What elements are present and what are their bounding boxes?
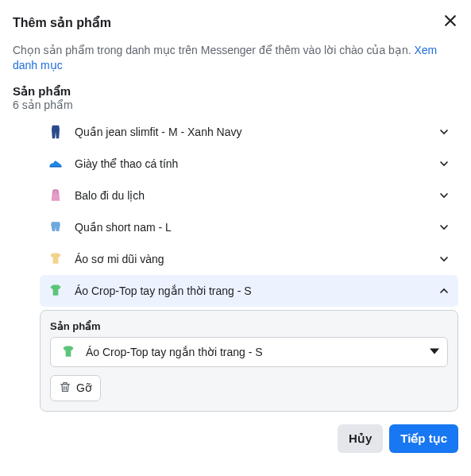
chevron-down-icon [438, 157, 450, 170]
product-thumb-icon [46, 122, 65, 141]
chevron-down-icon [438, 253, 450, 265]
product-thumb-icon [46, 218, 65, 237]
dialog-title: Thêm sản phẩm [13, 15, 111, 30]
product-thumb-icon [46, 281, 65, 300]
close-icon [442, 13, 458, 32]
caret-down-icon [430, 345, 439, 359]
cancel-button[interactable]: Hủy [338, 424, 383, 453]
product-label: Áo Crop-Top tay ngắn thời trang - S [75, 284, 428, 297]
select-value: Áo Crop-Top tay ngắn thời trang - S [86, 346, 422, 358]
product-row[interactable]: Áo Crop-Top tay ngắn thời trang - S [40, 275, 458, 307]
product-row[interactable]: Giày thể thao cá tính [40, 148, 458, 180]
product-edit-panel: Sản phẩm Áo Crop-Top tay ngắn thời trang… [40, 310, 458, 412]
chevron-down-icon [438, 189, 450, 202]
description-text: Chọn sản phẩm trong danh mục trên Messen… [13, 44, 414, 56]
dialog-description: Chọn sản phẩm trong danh mục trên Messen… [13, 43, 458, 73]
section-subtitle: 6 sản phẩm [13, 99, 458, 111]
product-label: Áo sơ mi dũi vàng [75, 253, 428, 265]
panel-field-label: Sản phẩm [50, 320, 448, 332]
remove-label: Gỡ [76, 381, 92, 394]
product-label: Quần short nam - L [75, 221, 428, 234]
chevron-down-icon [438, 126, 450, 138]
product-thumb-icon [46, 154, 65, 173]
product-row[interactable]: Áo sơ mi dũi vàng [40, 243, 458, 275]
product-label: Quần jean slimfit - M - Xanh Navy [75, 126, 428, 138]
product-row[interactable]: Quần jean slimfit - M - Xanh Navy [40, 116, 458, 148]
product-row[interactable]: Quần short nam - L [40, 211, 458, 243]
product-label: Giày thể thao cá tính [75, 157, 428, 170]
chevron-down-icon [438, 221, 450, 234]
section-title: Sản phẩm [13, 84, 458, 99]
chevron-up-icon [438, 284, 450, 297]
continue-button[interactable]: Tiếp tục [389, 424, 458, 453]
product-thumb-icon [46, 186, 65, 205]
product-thumb-icon [46, 250, 65, 269]
remove-button[interactable]: Gỡ [50, 375, 101, 401]
close-button[interactable] [442, 13, 458, 32]
product-row[interactable]: Balo đi du lịch [40, 180, 458, 211]
product-list: Quần jean slimfit - M - Xanh Navy Giày t… [40, 116, 458, 412]
dialog-footer: Hủy Tiếp tục [13, 424, 458, 453]
product-label: Balo đi du lịch [75, 189, 428, 202]
trash-icon [59, 381, 71, 396]
product-thumb-icon [59, 342, 78, 362]
product-select[interactable]: Áo Crop-Top tay ngắn thời trang - S [50, 337, 448, 367]
